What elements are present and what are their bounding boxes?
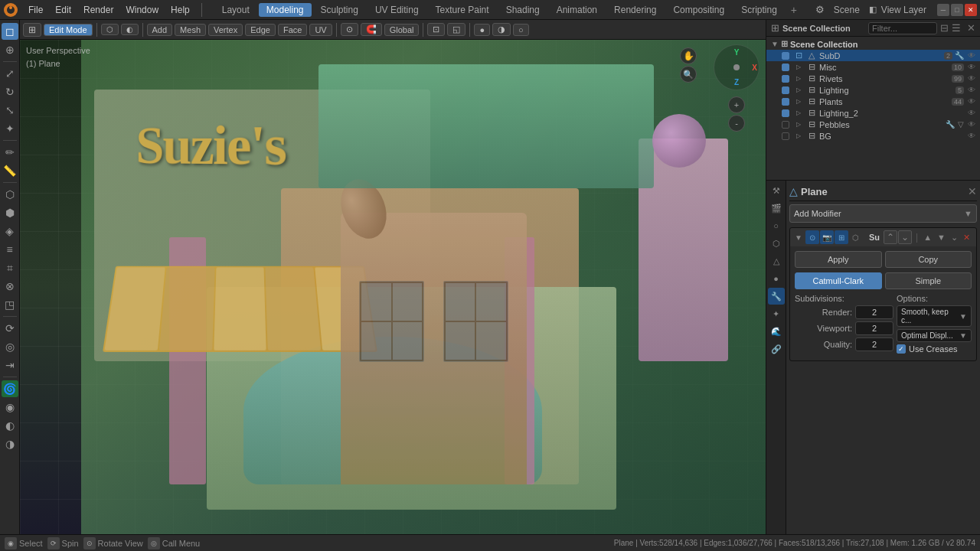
tab-shading[interactable]: Shading [498, 3, 547, 17]
item-visibility-checkbox[interactable] [782, 52, 789, 60]
item-visibility-checkbox[interactable] [782, 75, 789, 83]
item-visibility-checkbox[interactable] [782, 64, 789, 71]
tool-shrink[interactable]: ◐ [2, 417, 18, 434]
mod-render-btn[interactable]: 📷 [820, 230, 834, 244]
tool-select[interactable]: ◻ [2, 23, 18, 40]
outliner-close-icon[interactable]: ✕ [967, 22, 975, 34]
shading-material[interactable]: ◑ [492, 23, 511, 36]
prop-tab-modifier[interactable]: 🔧 [768, 288, 785, 305]
outliner-item-lighting2[interactable]: ▷ ⊟ Lighting_2 👁 [766, 107, 980, 119]
scene-view[interactable]: Suzie's [20, 40, 766, 534]
shading-solid[interactable]: ● [474, 24, 490, 36]
window-maximize[interactable]: □ [951, 4, 963, 16]
outliner-item-rivets[interactable]: ▷ ⊟ Rivets 99 👁 [766, 73, 980, 84]
prop-tab-material[interactable]: ● [768, 270, 785, 287]
modifier-menu[interactable]: ⌄ [949, 232, 959, 243]
xray-btn[interactable]: ◱ [447, 23, 466, 36]
snap-btn[interactable]: 🧲 [361, 23, 382, 36]
subd-level-down[interactable]: ⌃ [884, 230, 897, 244]
tab-animation[interactable]: Animation [549, 3, 605, 17]
tool-extrude[interactable]: ⬡ [2, 186, 18, 203]
add-modifier-btn[interactable]: Add Modifier ▼ [789, 204, 977, 223]
menu-window[interactable]: Window [120, 3, 164, 17]
tab-modeling[interactable]: Modeling [259, 3, 312, 17]
prop-tab-constraints[interactable]: 🔗 [768, 341, 785, 357]
menu-edit[interactable]: Edit [50, 3, 77, 17]
mesh-menu[interactable]: Mesh [175, 24, 206, 36]
item-visibility-checkbox[interactable] [782, 109, 789, 117]
item-visibility-icon[interactable]: 👁 [968, 132, 975, 140]
viewport-shading[interactable]: ◐ [121, 24, 139, 35]
overlay-btn[interactable]: ⊡ [427, 23, 445, 36]
prop-close-btn[interactable]: ✕ [968, 185, 977, 197]
render-value[interactable]: 2 [855, 305, 893, 319]
outliner-filter-icon[interactable]: ⊟ [940, 22, 949, 34]
tool-edge-slide[interactable]: ⇥ [2, 357, 18, 373]
vp-wireframe-btn[interactable]: ⬡ [101, 24, 119, 35]
viewport-gizmo[interactable]: X Y Z [714, 44, 760, 90]
tab-scripting[interactable]: Scripting [733, 3, 785, 17]
item-visibility-icon[interactable]: 👁 [968, 120, 975, 129]
subd-level-up[interactable]: ⌄ [898, 230, 912, 244]
tool-active[interactable]: 🌀 [2, 380, 18, 397]
viewport-value[interactable]: 2 [855, 321, 893, 335]
select-mode[interactable]: Add [147, 24, 173, 36]
prop-tab-particles[interactable]: ✦ [768, 305, 785, 322]
outliner-item-bg[interactable]: ▷ ⊟ BG 👁 [766, 130, 980, 142]
proportional-edit[interactable]: ⊙ [341, 23, 358, 36]
tool-spin[interactable]: ⟳ [2, 320, 18, 337]
face-menu[interactable]: Face [278, 24, 307, 36]
tool-push-pull[interactable]: ◑ [2, 435, 18, 452]
tab-add[interactable]: + [786, 2, 802, 18]
smooth-dropdown[interactable]: ▼ [959, 312, 967, 321]
shading-rendered[interactable]: ○ [513, 24, 529, 36]
tab-uv-editing[interactable]: UV Editing [368, 3, 426, 17]
window-minimize[interactable]: ─ [937, 4, 949, 16]
item-visibility-checkbox[interactable] [782, 121, 789, 129]
look-at-gizmo[interactable]: ✋ 🔍 [680, 47, 697, 83]
menu-file[interactable]: File [23, 3, 48, 17]
tool-shapekeys[interactable]: ◉ [2, 399, 18, 416]
optimal-value[interactable]: Optimal Displ... ▼ [897, 329, 972, 342]
outliner-item-plants[interactable]: ▷ ⊟ Plants 44 👁 [766, 96, 980, 107]
mod-editmode-btn[interactable]: ⊞ [835, 230, 848, 244]
mod-cage-btn[interactable]: ⬡ [849, 230, 863, 244]
tool-annotate[interactable]: ✏ [2, 144, 18, 161]
outliner-item-misc[interactable]: ▷ ⊟ Misc 10 👁 [766, 61, 980, 73]
item-visibility-checkbox[interactable] [782, 132, 789, 140]
hand-tool[interactable]: ✋ [680, 47, 697, 64]
item-visibility-icon[interactable]: 👁 [968, 97, 975, 106]
tool-smooth[interactable]: ◎ [2, 338, 18, 355]
prop-tab-mesh[interactable]: △ [768, 253, 785, 269]
copy-button[interactable]: Copy [885, 251, 972, 268]
item-visibility-icon[interactable]: 👁 [968, 74, 975, 83]
tool-measure[interactable]: 📏 [2, 162, 18, 179]
orientation-select[interactable]: Global [384, 24, 420, 36]
outliner-item-lighting[interactable]: ▷ ⊟ Lighting 5 👁 [766, 84, 980, 96]
tool-cursor[interactable]: ⊕ [2, 41, 18, 58]
tool-scale[interactable]: ⤡ [2, 102, 18, 119]
vp-zoom-in[interactable]: + [728, 96, 745, 113]
tool-loop-cut[interactable]: ≡ [2, 241, 18, 258]
mod-realtime-btn[interactable]: ⊙ [805, 230, 819, 244]
outliner-item-pebbles[interactable]: ▷ ⊟ Pebbles 🔧 ▽ 👁 [766, 119, 980, 130]
vp-zoom-out[interactable]: - [728, 115, 745, 132]
prop-tab-world[interactable]: ○ [768, 217, 785, 234]
tool-rotate[interactable]: ↻ [2, 83, 18, 100]
simple-btn[interactable]: Simple [885, 272, 972, 289]
tool-poly-build[interactable]: ◳ [2, 296, 18, 313]
zoom-tool[interactable]: 🔍 [680, 66, 697, 83]
quality-value[interactable]: 2 [855, 337, 893, 351]
modifier-expand-arrow[interactable]: ▼ [795, 233, 802, 242]
item-visibility-checkbox[interactable] [782, 86, 789, 94]
catmull-clark-btn[interactable]: Catmull-Clark [795, 272, 882, 289]
tool-bevel[interactable]: ◈ [2, 223, 18, 240]
prop-tab-tool[interactable]: ⚒ [768, 182, 785, 199]
modifier-move-down[interactable]: ▼ [936, 232, 947, 243]
item-visibility-icon[interactable]: 👁 [968, 63, 975, 71]
uv-menu[interactable]: UV [309, 24, 332, 36]
prop-tab-object[interactable]: ⬡ [768, 235, 785, 252]
mode-select[interactable]: Edit Mode [44, 24, 93, 36]
item-visibility-icon[interactable]: 👁 [968, 51, 975, 60]
window-close[interactable]: ✕ [965, 4, 977, 16]
